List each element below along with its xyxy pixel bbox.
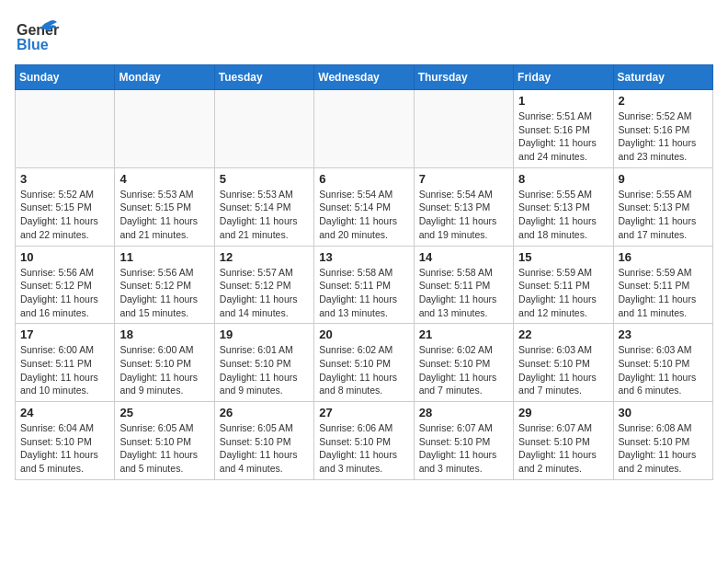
header-sunday: Sunday	[16, 65, 115, 90]
day-cell: 15Sunrise: 5:59 AMSunset: 5:11 PMDayligh…	[514, 246, 613, 324]
day-cell	[414, 90, 513, 168]
week-row-3: 10Sunrise: 5:56 AMSunset: 5:12 PMDayligh…	[16, 246, 713, 324]
header-wednesday: Wednesday	[314, 65, 414, 90]
day-number: 2	[619, 94, 708, 108]
day-number: 24	[20, 406, 109, 419]
week-row-2: 3Sunrise: 5:52 AMSunset: 5:15 PMDaylight…	[16, 167, 713, 246]
svg-text:General: General	[17, 22, 59, 38]
day-info: Sunrise: 5:56 AMSunset: 5:12 PMDaylight:…	[20, 266, 109, 320]
page-header: General Blue	[15, 15, 713, 55]
day-info: Sunrise: 6:07 AMSunset: 5:10 PMDaylight:…	[518, 421, 608, 476]
day-number: 25	[119, 406, 209, 419]
day-cell: 29Sunrise: 6:07 AMSunset: 5:10 PMDayligh…	[514, 402, 613, 480]
day-number: 20	[319, 327, 408, 341]
day-info: Sunrise: 5:58 AMSunset: 5:11 PMDaylight:…	[319, 266, 408, 320]
day-number: 29	[518, 406, 608, 419]
header-tuesday: Tuesday	[214, 65, 313, 90]
day-info: Sunrise: 5:51 AMSunset: 5:16 PMDaylight:…	[518, 109, 608, 164]
logo-icon: General Blue	[15, 15, 59, 55]
calendar-table: SundayMondayTuesdayWednesdayThursdayFrid…	[15, 64, 713, 480]
day-cell: 23Sunrise: 6:03 AMSunset: 5:10 PMDayligh…	[613, 324, 712, 402]
day-cell: 16Sunrise: 5:59 AMSunset: 5:11 PMDayligh…	[613, 246, 712, 324]
day-cell: 11Sunrise: 5:56 AMSunset: 5:12 PMDayligh…	[115, 246, 214, 324]
day-number: 23	[619, 327, 708, 341]
day-number: 27	[319, 406, 408, 419]
day-cell: 6Sunrise: 5:54 AMSunset: 5:14 PMDaylight…	[314, 167, 414, 246]
day-info: Sunrise: 6:01 AMSunset: 5:10 PMDaylight:…	[220, 343, 309, 397]
header-monday: Monday	[115, 65, 214, 90]
day-number: 15	[518, 250, 608, 264]
day-info: Sunrise: 6:00 AMSunset: 5:11 PMDaylight:…	[20, 343, 109, 397]
day-number: 13	[319, 250, 408, 264]
day-info: Sunrise: 5:59 AMSunset: 5:11 PMDaylight:…	[518, 266, 608, 320]
day-cell: 8Sunrise: 5:55 AMSunset: 5:13 PMDaylight…	[514, 167, 613, 246]
day-cell	[214, 90, 313, 168]
day-number: 6	[319, 172, 408, 186]
week-row-5: 24Sunrise: 6:04 AMSunset: 5:10 PMDayligh…	[16, 402, 713, 480]
day-cell: 24Sunrise: 6:04 AMSunset: 5:10 PMDayligh…	[16, 402, 115, 480]
day-cell: 3Sunrise: 5:52 AMSunset: 5:15 PMDaylight…	[16, 167, 115, 246]
day-info: Sunrise: 6:03 AMSunset: 5:10 PMDaylight:…	[518, 343, 608, 397]
header-saturday: Saturday	[613, 65, 712, 90]
day-number: 3	[20, 172, 109, 186]
day-number: 19	[220, 327, 309, 341]
day-info: Sunrise: 5:52 AMSunset: 5:16 PMDaylight:…	[619, 109, 708, 164]
header-thursday: Thursday	[414, 65, 513, 90]
day-cell	[115, 90, 214, 168]
day-info: Sunrise: 6:00 AMSunset: 5:10 PMDaylight:…	[119, 343, 209, 397]
day-cell: 13Sunrise: 5:58 AMSunset: 5:11 PMDayligh…	[314, 246, 414, 324]
day-info: Sunrise: 5:53 AMSunset: 5:15 PMDaylight:…	[119, 188, 209, 242]
day-info: Sunrise: 5:57 AMSunset: 5:12 PMDaylight:…	[220, 266, 309, 320]
day-number: 18	[119, 327, 209, 341]
day-info: Sunrise: 5:53 AMSunset: 5:14 PMDaylight:…	[220, 188, 309, 242]
day-cell: 7Sunrise: 5:54 AMSunset: 5:13 PMDaylight…	[414, 167, 513, 246]
day-cell: 1Sunrise: 5:51 AMSunset: 5:16 PMDaylight…	[514, 90, 613, 168]
logo: General Blue	[15, 15, 59, 55]
day-cell: 26Sunrise: 6:05 AMSunset: 5:10 PMDayligh…	[214, 402, 313, 480]
day-cell: 17Sunrise: 6:00 AMSunset: 5:11 PMDayligh…	[16, 324, 115, 402]
day-cell: 27Sunrise: 6:06 AMSunset: 5:10 PMDayligh…	[314, 402, 414, 480]
day-info: Sunrise: 6:04 AMSunset: 5:10 PMDaylight:…	[20, 421, 109, 476]
day-cell: 19Sunrise: 6:01 AMSunset: 5:10 PMDayligh…	[214, 324, 313, 402]
day-info: Sunrise: 5:55 AMSunset: 5:13 PMDaylight:…	[619, 188, 708, 242]
day-number: 10	[20, 250, 109, 264]
day-info: Sunrise: 6:06 AMSunset: 5:10 PMDaylight:…	[319, 421, 408, 476]
day-cell: 14Sunrise: 5:58 AMSunset: 5:11 PMDayligh…	[414, 246, 513, 324]
day-number: 17	[20, 327, 109, 341]
day-cell: 12Sunrise: 5:57 AMSunset: 5:12 PMDayligh…	[214, 246, 313, 324]
day-number: 28	[419, 406, 508, 419]
day-cell	[16, 90, 115, 168]
day-number: 21	[419, 327, 508, 341]
day-cell: 30Sunrise: 6:08 AMSunset: 5:10 PMDayligh…	[613, 402, 712, 480]
day-number: 12	[220, 250, 309, 264]
day-cell: 20Sunrise: 6:02 AMSunset: 5:10 PMDayligh…	[314, 324, 414, 402]
header-friday: Friday	[514, 65, 613, 90]
day-info: Sunrise: 5:55 AMSunset: 5:13 PMDaylight:…	[518, 188, 608, 242]
day-number: 22	[518, 327, 608, 341]
day-number: 5	[220, 172, 309, 186]
day-cell: 22Sunrise: 6:03 AMSunset: 5:10 PMDayligh…	[514, 324, 613, 402]
day-info: Sunrise: 6:05 AMSunset: 5:10 PMDaylight:…	[119, 421, 209, 476]
day-cell: 10Sunrise: 5:56 AMSunset: 5:12 PMDayligh…	[16, 246, 115, 324]
day-number: 30	[619, 406, 708, 419]
day-number: 16	[619, 250, 708, 264]
calendar-header-row: SundayMondayTuesdayWednesdayThursdayFrid…	[16, 65, 713, 90]
day-info: Sunrise: 5:56 AMSunset: 5:12 PMDaylight:…	[119, 266, 209, 320]
day-number: 4	[119, 172, 209, 186]
day-info: Sunrise: 5:52 AMSunset: 5:15 PMDaylight:…	[20, 188, 109, 242]
day-info: Sunrise: 5:58 AMSunset: 5:11 PMDaylight:…	[419, 266, 508, 320]
day-cell: 18Sunrise: 6:00 AMSunset: 5:10 PMDayligh…	[115, 324, 214, 402]
day-cell: 9Sunrise: 5:55 AMSunset: 5:13 PMDaylight…	[613, 167, 712, 246]
day-cell: 28Sunrise: 6:07 AMSunset: 5:10 PMDayligh…	[414, 402, 513, 480]
day-cell	[314, 90, 414, 168]
svg-text:Blue: Blue	[17, 37, 49, 52]
day-cell: 5Sunrise: 5:53 AMSunset: 5:14 PMDaylight…	[214, 167, 313, 246]
day-cell: 25Sunrise: 6:05 AMSunset: 5:10 PMDayligh…	[115, 402, 214, 480]
day-info: Sunrise: 5:54 AMSunset: 5:14 PMDaylight:…	[319, 188, 408, 242]
day-info: Sunrise: 5:54 AMSunset: 5:13 PMDaylight:…	[419, 188, 508, 242]
day-info: Sunrise: 5:59 AMSunset: 5:11 PMDaylight:…	[619, 266, 708, 320]
day-cell: 21Sunrise: 6:02 AMSunset: 5:10 PMDayligh…	[414, 324, 513, 402]
day-number: 9	[619, 172, 708, 186]
day-info: Sunrise: 6:05 AMSunset: 5:10 PMDaylight:…	[220, 421, 309, 476]
day-info: Sunrise: 6:03 AMSunset: 5:10 PMDaylight:…	[619, 343, 708, 397]
